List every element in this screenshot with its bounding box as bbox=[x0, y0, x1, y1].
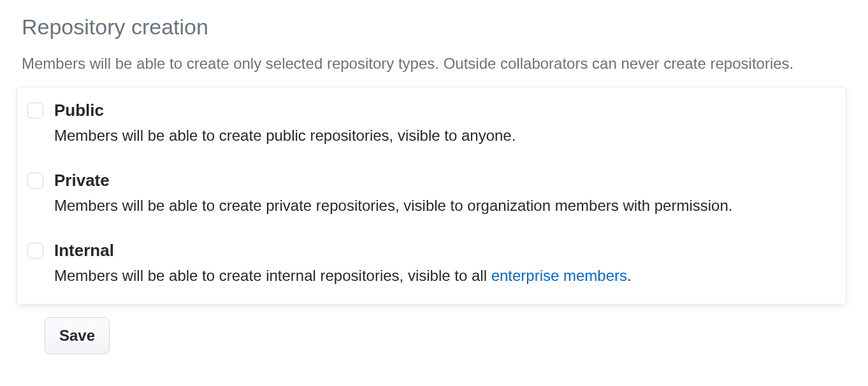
save-button[interactable]: Save bbox=[45, 317, 110, 354]
option-private-body: Private Members will be able to create p… bbox=[54, 170, 838, 216]
public-description: Members will be able to create public re… bbox=[54, 125, 838, 147]
option-public: Public Members will be able to create pu… bbox=[25, 96, 838, 150]
internal-checkbox[interactable] bbox=[27, 243, 43, 259]
section-title: Repository creation bbox=[22, 13, 846, 41]
option-internal-body: Internal Members will be able to create … bbox=[54, 240, 838, 286]
section-description: Members will be able to create only sele… bbox=[22, 52, 846, 75]
internal-description-prefix: Members will be able to create internal … bbox=[54, 267, 491, 284]
enterprise-members-link[interactable]: enterprise members bbox=[491, 267, 627, 284]
option-public-body: Public Members will be able to create pu… bbox=[54, 100, 838, 146]
option-private: Private Members will be able to create p… bbox=[25, 166, 838, 220]
private-description: Members will be able to create private r… bbox=[54, 195, 838, 217]
option-internal: Internal Members will be able to create … bbox=[25, 236, 838, 290]
repository-creation-options: Public Members will be able to create pu… bbox=[17, 87, 846, 304]
internal-description-suffix: . bbox=[627, 267, 632, 284]
private-label: Private bbox=[54, 170, 838, 191]
public-checkbox[interactable] bbox=[27, 103, 43, 118]
internal-label: Internal bbox=[54, 240, 838, 261]
internal-description: Members will be able to create internal … bbox=[54, 265, 838, 287]
public-label: Public bbox=[54, 100, 838, 121]
private-checkbox[interactable] bbox=[27, 173, 43, 189]
